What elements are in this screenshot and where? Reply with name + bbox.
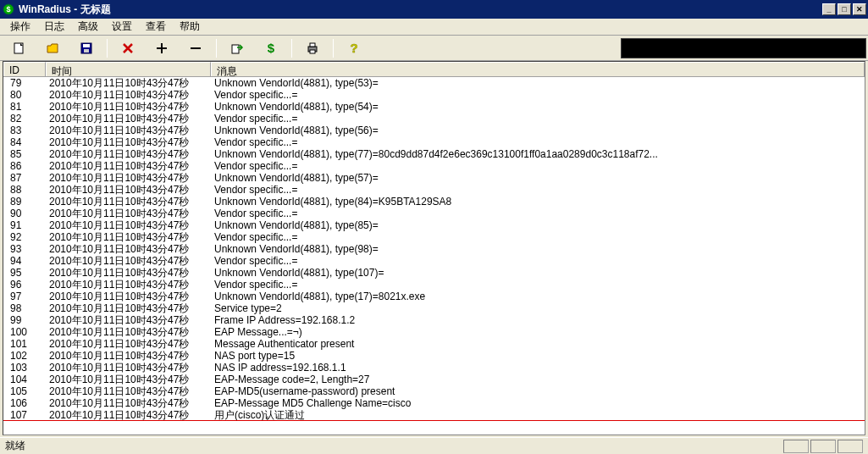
table-row[interactable]: 882010年10月11日10时43分47秒Vendor specific...… (3, 184, 865, 196)
minimize-button[interactable]: _ (822, 3, 836, 15)
save-button[interactable] (76, 38, 97, 58)
table-row[interactable]: 952010年10月11日10时43分47秒Unknown VendorId(4… (3, 267, 865, 279)
new-button[interactable] (8, 38, 29, 58)
cell-message: Unknown VendorId(4881), type(84)=K95BTA1… (211, 196, 865, 208)
cell-time: 2010年10月11日10时43分47秒 (46, 374, 211, 385)
table-row[interactable]: 982010年10月11日10时43分47秒Service type=2 (3, 302, 865, 314)
cell-message: Unknown VendorId(4881), type(98)= (211, 243, 865, 255)
cell-time: 2010年10月11日10时43分47秒 (46, 184, 211, 196)
export-button[interactable] (227, 38, 247, 58)
toolbar-separator (333, 39, 334, 58)
cell-message: Vendor specific...= (211, 113, 865, 125)
cell-id: 79 (3, 77, 46, 89)
table-row[interactable]: 872010年10月11日10时43分47秒Unknown VendorId(4… (3, 172, 865, 184)
table-row[interactable]: 832010年10月11日10时43分47秒Unknown VendorId(4… (3, 125, 865, 136)
cell-time: 2010年10月11日10时43分47秒 (46, 172, 211, 184)
svg-text:$: $ (268, 42, 275, 55)
toolbar-display (621, 38, 866, 58)
table-row[interactable]: 1012010年10月11日10时43分47秒Message Authentic… (3, 338, 865, 350)
column-message[interactable]: 消息 (211, 62, 865, 76)
column-id[interactable]: ID (3, 62, 46, 76)
cell-message: EAP-MD5(username-password) present (211, 385, 865, 397)
table-row[interactable]: 962010年10月11日10时43分47秒Vendor specific...… (3, 279, 865, 291)
table-row[interactable]: 1062010年10月11日10时43分47秒EAP-Message MD5 C… (3, 397, 865, 409)
cell-id: 102 (3, 350, 46, 362)
print-button[interactable] (302, 38, 323, 58)
billing-button[interactable]: $ (261, 38, 281, 58)
help-button[interactable]: ? (344, 38, 364, 58)
cell-id: 107 (3, 409, 46, 420)
cell-message: Vendor specific...= (211, 208, 865, 219)
cell-id: 91 (3, 219, 46, 231)
table-row[interactable]: 852010年10月11日10时43分47秒Unknown VendorId(4… (3, 148, 865, 160)
cell-message: Service type=2 (211, 302, 865, 314)
cell-time: 2010年10月11日10时43分47秒 (46, 231, 211, 243)
maximize-button[interactable]: □ (838, 3, 851, 15)
open-button[interactable] (42, 38, 63, 58)
table-row[interactable]: 892010年10月11日10时43分47秒Unknown VendorId(4… (3, 196, 865, 208)
table-row[interactable]: 972010年10月11日10时43分47秒Unknown VendorId(4… (3, 291, 865, 302)
column-time[interactable]: 时间 (46, 62, 211, 76)
svg-text:$: $ (6, 5, 10, 14)
table-row[interactable]: 922010年10月11日10时43分47秒Vendor specific...… (3, 231, 865, 243)
window-controls: _ □ ✕ (822, 3, 866, 15)
table-row[interactable]: 842010年10月11日10时43分47秒Vendor specific...… (3, 136, 865, 148)
table-row[interactable]: 1022010年10月11日10时43分47秒NAS port type=15 (3, 350, 865, 362)
cell-time: 2010年10月11日10时43分47秒 (46, 350, 211, 362)
menu-log[interactable]: 日志 (37, 18, 71, 36)
close-button[interactable]: ✕ (853, 3, 866, 15)
delete-button[interactable] (118, 38, 138, 58)
cell-message: Vendor specific...= (211, 160, 865, 172)
cell-id: 94 (3, 255, 46, 267)
cell-id: 105 (3, 385, 46, 397)
table-row[interactable]: 812010年10月11日10时43分47秒Unknown VendorId(4… (3, 101, 865, 113)
table-row[interactable]: 902010年10月11日10时43分47秒Vendor specific...… (3, 208, 865, 219)
table-row[interactable]: 992010年10月11日10时43分47秒Frame IP Address=1… (3, 314, 865, 326)
table-row[interactable]: 932010年10月11日10时43分47秒Unknown VendorId(4… (3, 243, 865, 255)
menu-help[interactable]: 帮助 (173, 18, 207, 36)
table-row[interactable]: 1002010年10月11日10时43分47秒EAP Message...=¬) (3, 326, 865, 338)
cell-time: 2010年10月11日10时43分47秒 (46, 385, 211, 397)
cell-id: 99 (3, 314, 46, 326)
table-row[interactable]: 912010年10月11日10时43分47秒Unknown VendorId(4… (3, 219, 865, 231)
cell-time: 2010年10月11日10时43分47秒 (46, 291, 211, 302)
cell-time: 2010年10月11日10时43分47秒 (46, 219, 211, 231)
menu-view[interactable]: 查看 (139, 18, 173, 36)
status-panel (783, 440, 809, 453)
table-row[interactable]: 1032010年10月11日10时43分47秒NAS IP address=19… (3, 362, 865, 374)
cell-time: 2010年10月11日10时43分47秒 (46, 338, 211, 350)
svg-rect-5 (84, 49, 89, 53)
menu-settings[interactable]: 设置 (105, 18, 139, 36)
cell-message: Unknown VendorId(4881), type(56)= (211, 125, 865, 136)
menu-operation[interactable]: 操作 (3, 18, 37, 36)
cell-id: 88 (3, 184, 46, 196)
cell-id: 98 (3, 302, 46, 314)
table-row[interactable]: 1042010年10月11日10时43分47秒EAP-Message code=… (3, 374, 865, 385)
toolbar-separator (291, 39, 292, 58)
toolbar-separator (107, 39, 108, 58)
cell-message: NAS IP address=192.168.1.1 (211, 362, 865, 374)
cell-id: 100 (3, 326, 46, 338)
cell-time: 2010年10月11日10时43分47秒 (46, 160, 211, 172)
table-row[interactable]: 862010年10月11日10时43分47秒Vendor specific...… (3, 160, 865, 172)
add-button[interactable] (152, 38, 172, 58)
window-title: WinRadius - 无标题 (19, 3, 822, 17)
cell-id: 84 (3, 136, 46, 148)
table-row[interactable]: 942010年10月11日10时43分47秒Vendor specific...… (3, 255, 865, 267)
cell-message: Message Authenticator present (211, 338, 865, 350)
cell-message: Unknown VendorId(4881), type(17)=8021x.e… (211, 291, 865, 302)
cell-time: 2010年10月11日10时43分47秒 (46, 362, 211, 374)
menu-advanced[interactable]: 高级 (71, 18, 105, 36)
table-row[interactable]: 1052010年10月11日10时43分47秒EAP-MD5(username-… (3, 385, 865, 397)
table-row[interactable]: 822010年10月11日10时43分47秒Vendor specific...… (3, 113, 865, 125)
cell-message: 用户(cisco)认证通过 (211, 409, 865, 420)
svg-text:?: ? (350, 42, 357, 55)
cell-message: Unknown VendorId(4881), type(57)= (211, 172, 865, 184)
cell-time: 2010年10月11日10时43分47秒 (46, 125, 211, 136)
list-body[interactable]: 792010年10月11日10时43分47秒Unknown VendorId(4… (3, 77, 865, 435)
table-row[interactable]: 802010年10月11日10时43分47秒Vendor specific...… (3, 89, 865, 101)
remove-button[interactable] (185, 38, 206, 58)
cell-time: 2010年10月11日10时43分47秒 (46, 113, 211, 125)
table-row[interactable]: 792010年10月11日10时43分47秒Unknown VendorId(4… (3, 77, 865, 89)
table-row[interactable]: 1072010年10月11日10时43分47秒用户(cisco)认证通过 (3, 409, 865, 421)
